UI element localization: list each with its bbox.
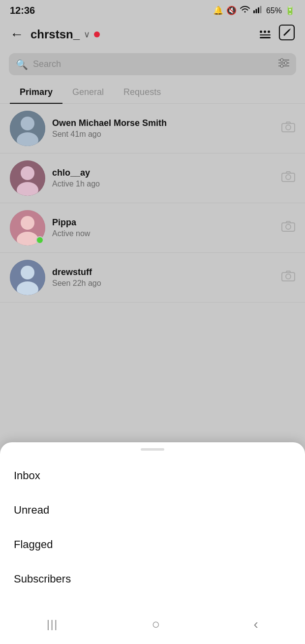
svg-rect-0 xyxy=(253,10,255,13)
nav-back-button[interactable]: ‹ xyxy=(239,612,273,637)
conversation-item[interactable]: drewstuff Seen 22h ago xyxy=(0,253,305,303)
svg-point-9 xyxy=(285,62,287,64)
sheet-item-unread[interactable]: Unread xyxy=(0,493,305,527)
mute-icon: 🔇 xyxy=(226,5,237,16)
wifi-icon xyxy=(240,5,250,16)
search-input[interactable]: Search xyxy=(33,59,274,69)
conversation-info: chlo__ay Active 1h ago xyxy=(52,168,274,188)
camera-icon[interactable] xyxy=(281,220,295,235)
active-now-badge xyxy=(36,236,44,244)
status-icons: 🔔 🔇 65% 🔋 xyxy=(213,5,295,16)
bottom-sheet: Inbox Unread Flagged Subscribers ||| ○ ‹ xyxy=(0,442,305,644)
avatar-wrapper xyxy=(10,111,45,146)
camera-icon[interactable] xyxy=(281,121,295,136)
header-left: ← chrstsn_ ∨ xyxy=(10,27,100,42)
search-bar[interactable]: 🔍 Search xyxy=(9,53,296,75)
list-filter-button[interactable] xyxy=(260,31,271,38)
filter-icon[interactable] xyxy=(278,58,289,70)
sheet-handle xyxy=(141,448,164,451)
conversation-status: Seen 22h ago xyxy=(52,279,274,288)
header-title-row: chrstsn_ ∨ xyxy=(30,28,100,41)
list-icon-row1 xyxy=(260,31,271,33)
signal-icon xyxy=(253,5,263,16)
conversation-status: Active 1h ago xyxy=(52,180,274,188)
tab-general[interactable]: General xyxy=(62,82,114,103)
sheet-item-flagged[interactable]: Flagged xyxy=(0,527,305,562)
status-time: 12:36 xyxy=(10,5,35,16)
svg-rect-2 xyxy=(258,7,259,13)
avatar-wrapper xyxy=(10,160,45,196)
conversation-name: drewstuff xyxy=(52,267,274,277)
svg-point-27 xyxy=(21,266,34,279)
conversation-info: Owen Michael Morse Smith Sent 41m ago xyxy=(52,118,274,139)
svg-point-20 xyxy=(286,175,291,180)
list-line xyxy=(260,37,271,38)
sheet-item-subscribers[interactable]: Subscribers xyxy=(0,562,305,596)
conversation-name: chlo__ay xyxy=(52,168,274,178)
svg-point-8 xyxy=(281,59,283,61)
conversation-item[interactable]: Owen Michael Morse Smith Sent 41m ago xyxy=(0,104,305,153)
nav-home-button[interactable]: ○ xyxy=(137,612,175,637)
conversation-info: drewstuff Seen 22h ago xyxy=(52,267,274,288)
svg-rect-1 xyxy=(255,9,257,13)
header-right xyxy=(260,24,295,44)
svg-point-22 xyxy=(21,216,34,230)
avatar xyxy=(10,260,45,295)
search-icon: 🔍 xyxy=(16,59,28,70)
compose-button[interactable] xyxy=(278,24,295,44)
list-dot xyxy=(268,31,270,33)
list-dot xyxy=(264,31,266,33)
tab-requests[interactable]: Requests xyxy=(114,82,171,103)
search-container: 🔍 Search xyxy=(0,51,305,82)
conversation-status: Active now xyxy=(52,229,274,238)
back-button[interactable]: ← xyxy=(10,27,24,42)
navigation-bar: ||| ○ ‹ xyxy=(0,605,305,644)
sheet-item-inbox[interactable]: Inbox xyxy=(0,459,305,493)
svg-point-15 xyxy=(286,125,291,130)
avatar xyxy=(10,111,45,146)
conversation-name: Pippa xyxy=(52,217,274,228)
nav-recent-apps-button[interactable]: ||| xyxy=(32,613,73,636)
svg-point-17 xyxy=(21,166,34,180)
avatar-wrapper xyxy=(10,260,45,295)
conversation-item[interactable]: chlo__ay Active 1h ago xyxy=(0,153,305,203)
conversation-name: Owen Michael Morse Smith xyxy=(52,118,274,128)
inbox-tabs: Primary General Requests xyxy=(0,82,305,104)
svg-point-10 xyxy=(281,65,283,67)
conversation-status: Sent 41m ago xyxy=(52,130,274,139)
conversation-info: Pippa Active now xyxy=(52,217,274,238)
avatar xyxy=(10,160,45,196)
avatar-wrapper xyxy=(10,210,45,245)
battery-percent: 65% xyxy=(266,6,282,15)
dropdown-arrow-icon[interactable]: ∨ xyxy=(84,29,90,40)
svg-point-25 xyxy=(286,224,291,229)
conversation-item[interactable]: Pippa Active now xyxy=(0,203,305,253)
list-dot xyxy=(260,31,262,33)
camera-icon[interactable] xyxy=(281,270,295,285)
online-status-dot xyxy=(94,31,100,37)
svg-point-30 xyxy=(286,274,291,279)
tab-primary[interactable]: Primary xyxy=(10,82,62,103)
list-line xyxy=(260,34,271,36)
header: ← chrstsn_ ∨ xyxy=(0,19,305,51)
header-username: chrstsn_ xyxy=(30,28,80,41)
battery-icon: 🔋 xyxy=(285,5,295,16)
svg-rect-3 xyxy=(260,6,261,13)
conversation-list: Owen Michael Morse Smith Sent 41m ago ch… xyxy=(0,104,305,303)
alarm-icon: 🔔 xyxy=(213,5,223,16)
status-bar: 12:36 🔔 🔇 65% 🔋 xyxy=(0,0,305,19)
camera-icon[interactable] xyxy=(281,171,295,185)
svg-point-12 xyxy=(21,117,34,130)
